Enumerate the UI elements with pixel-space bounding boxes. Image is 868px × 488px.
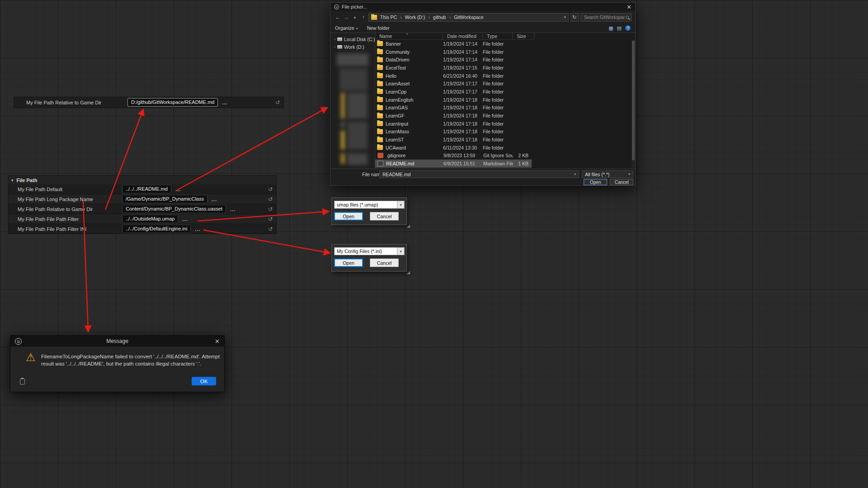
property-value-field[interactable]: ../../Config/DefaultEngine.ini	[122, 225, 191, 233]
reset-to-default-icon[interactable]	[268, 206, 273, 212]
file-type: File folder	[483, 97, 513, 103]
refresh-icon[interactable]	[570, 13, 579, 22]
column-header[interactable]: Size	[513, 33, 534, 40]
ok-button[interactable]: OK	[192, 377, 216, 385]
file-date-modified: 1/19/2024 17:18	[443, 105, 483, 110]
property-value-field[interactable]: Content/Dynamic/BP_DynamicClass.uasset	[122, 205, 226, 213]
file-type-filter-dropdown[interactable]: My Config Files (*.ini)	[334, 247, 405, 255]
file-row[interactable]: UCAward 6/11/2024 13:30 File folder	[375, 144, 532, 152]
file-date-modified: 1/19/2024 17:18	[443, 97, 483, 103]
cancel-button[interactable]: Cancel	[370, 258, 399, 267]
address-bar[interactable]: This PCWork (D:)githubGitWorkspace	[368, 13, 569, 22]
breadcrumb-item[interactable]: GitWorkspace	[454, 14, 484, 20]
file-row[interactable]: Banner 1/19/2024 17:14 File folder	[375, 40, 532, 48]
browse-button[interactable]: ...	[181, 216, 189, 222]
scrollbar-thumb[interactable]	[632, 41, 635, 160]
column-header[interactable]: Date modified	[443, 33, 483, 40]
file-icon	[377, 129, 383, 134]
section-header[interactable]: File Path	[8, 175, 277, 184]
reset-to-default-icon[interactable]	[268, 216, 273, 222]
file-type-combobox[interactable]: All files (*.*)	[582, 170, 633, 178]
close-icon[interactable]	[627, 4, 632, 10]
back-icon[interactable]	[334, 14, 341, 20]
expander-triangle-icon[interactable]	[11, 178, 14, 183]
open-button[interactable]: Open	[584, 179, 607, 185]
browse-button[interactable]: ...	[221, 100, 228, 105]
resize-grip[interactable]	[407, 224, 410, 228]
search-input[interactable]	[583, 14, 626, 20]
help-icon[interactable]	[625, 25, 631, 31]
expander-chevron-icon[interactable]	[334, 37, 335, 42]
organize-button[interactable]: Organize	[335, 25, 358, 31]
resize-grip[interactable]	[407, 270, 410, 275]
address-dropdown-icon[interactable]	[564, 15, 566, 19]
file-date-modified: 1/19/2024 17:14	[443, 57, 483, 62]
reset-to-default-icon[interactable]	[268, 226, 273, 232]
file-row[interactable]: README.md 6/9/2021 15:51 Markdown File 1…	[375, 160, 532, 168]
file-date-modified: 1/19/2024 17:14	[443, 49, 483, 55]
property-value-field[interactable]: ../../OutsideMap.umap	[122, 215, 178, 223]
file-row[interactable]: LearnMass 1/19/2024 17:18 File folder	[375, 128, 532, 136]
property-value-field[interactable]: ../../../README.md	[122, 185, 171, 193]
file-row[interactable]: DataDriven 1/19/2024 17:14 File folder	[375, 56, 532, 64]
reset-to-default-icon[interactable]	[268, 187, 273, 192]
forward-icon[interactable]	[343, 14, 350, 20]
file-row[interactable]: LearnGAS 1/19/2024 17:18 File folder	[375, 104, 532, 112]
breadcrumb-item[interactable]: Work (D:)	[405, 14, 433, 20]
file-row[interactable]: .gitignore 9/8/2023 13:59 Git Ignore Sou…	[375, 152, 532, 160]
copy-to-clipboard-icon[interactable]	[20, 379, 25, 385]
browse-button[interactable]: ...	[194, 226, 201, 232]
file-type-filter-dropdown[interactable]: umap files (*.umap)	[334, 201, 405, 209]
preview-pane-icon[interactable]	[617, 25, 622, 31]
open-button[interactable]: Open	[334, 258, 363, 267]
up-icon[interactable]	[360, 14, 367, 20]
title-bar[interactable]: Message	[10, 336, 224, 347]
file-date-modified: 1/19/2024 17:18	[443, 113, 483, 118]
file-icon	[377, 145, 383, 150]
file-row[interactable]: LearnAsset 1/19/2024 17:17 File folder	[375, 80, 532, 88]
file-row[interactable]: LearnInput 1/19/2024 17:18 File folder	[375, 120, 532, 128]
breadcrumb-item[interactable]: This PC	[380, 14, 405, 20]
property-label: My File Path Relative to Game Dir	[14, 100, 127, 105]
title-bar[interactable]: File picker...	[330, 3, 635, 11]
file-name-combobox[interactable]: README.md	[379, 170, 579, 178]
file-date-modified: 1/19/2024 17:17	[443, 89, 483, 94]
message-dialog: Message FilenameToLongPackageName failed…	[10, 335, 225, 392]
chevron-down-icon[interactable]	[397, 248, 404, 255]
column-header[interactable]: Name	[375, 33, 443, 40]
sidebar-item-drive[interactable]: Work (D:)	[330, 43, 375, 51]
file-row[interactable]: Hello 6/21/2024 16:40 File folder	[375, 72, 532, 80]
file-row[interactable]: LearnEnglish 1/19/2024 17:18 File folder	[375, 96, 532, 104]
file-row[interactable]: ExcelTest 1/19/2024 17:15 File folder	[375, 64, 532, 72]
file-row[interactable]: LearnST 1/19/2024 17:18 File folder	[375, 136, 532, 144]
breadcrumb-item[interactable]: github	[433, 14, 454, 20]
scrollbar[interactable]	[632, 40, 635, 169]
column-headers: NameDate modifiedTypeSize	[375, 33, 534, 40]
property-value-field[interactable]: D:/github/GitWorkspace/README.md	[127, 98, 218, 107]
open-button[interactable]: Open	[334, 212, 363, 221]
expander-chevron-icon[interactable]	[334, 45, 335, 49]
close-icon[interactable]	[215, 338, 220, 344]
reset-to-default-icon[interactable]	[275, 100, 280, 105]
cancel-button[interactable]: Cancel	[370, 212, 399, 221]
file-icon	[377, 73, 383, 78]
reset-to-default-icon[interactable]	[268, 197, 273, 202]
chevron-down-icon[interactable]	[628, 172, 630, 176]
sidebar-item-drive[interactable]: Local Disk (C:)	[330, 35, 375, 43]
new-folder-button[interactable]: New folder	[367, 25, 390, 31]
history-dropdown-icon[interactable]	[351, 14, 359, 20]
browse-button[interactable]: ...	[229, 206, 236, 212]
cancel-button[interactable]: Cancel	[610, 179, 633, 185]
browse-button[interactable]: ...	[175, 187, 182, 192]
chevron-down-icon	[356, 25, 358, 31]
file-row[interactable]: LearnCpp 1/19/2024 17:17 File folder	[375, 88, 532, 96]
change-view-icon[interactable]	[609, 25, 613, 31]
property-value-field[interactable]: /Game/Dynamic/BP_DynamicClass	[122, 195, 208, 203]
column-header[interactable]: Type	[483, 33, 513, 40]
chevron-down-icon[interactable]	[574, 172, 576, 176]
browse-button[interactable]: ...	[211, 197, 218, 202]
file-row[interactable]: LearnGF 1/19/2024 17:18 File folder	[375, 112, 532, 120]
file-row[interactable]: Community 1/19/2024 17:14 File folder	[375, 48, 532, 56]
chevron-down-icon[interactable]	[397, 201, 404, 208]
file-date-modified: 6/9/2021 15:51	[443, 161, 483, 166]
